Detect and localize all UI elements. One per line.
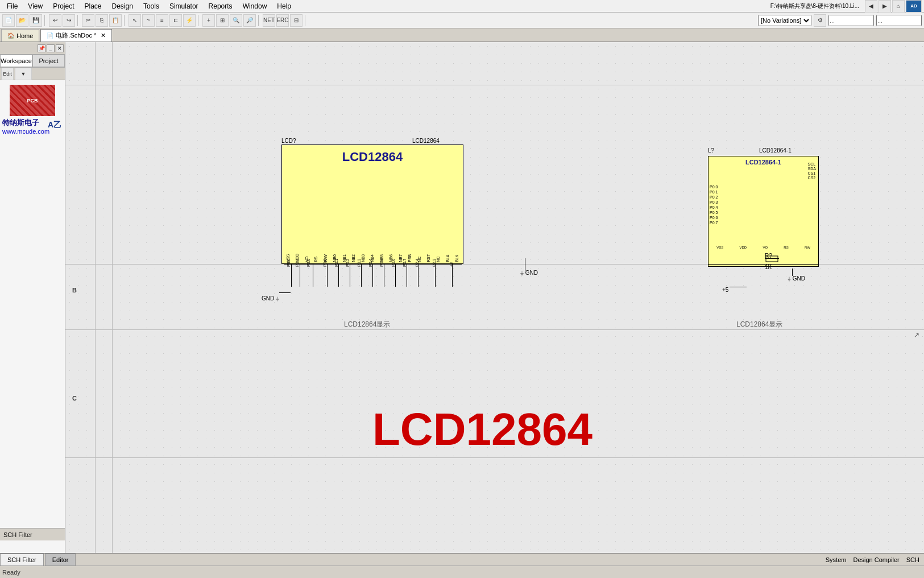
menu-file[interactable]: File: [2, 1, 22, 11]
window-controls: ◀ ▶ ⌂ AD: [865, 0, 922, 13]
menu-view[interactable]: View: [23, 1, 47, 11]
bus-btn[interactable]: ≡: [156, 14, 168, 27]
net-p24: P2.4: [415, 259, 419, 267]
menu-reports[interactable]: Reports: [204, 1, 237, 11]
pin-panel-btn[interactable]: 📌: [38, 44, 45, 52]
statusbar: Ready: [0, 565, 924, 578]
undo-btn[interactable]: ↩: [49, 14, 61, 27]
main-layout: 📌 _ ✕ Workspace Project Edit ▼ PCB A乙 特纳…: [0, 42, 924, 553]
cursor-pos: ↗: [914, 331, 919, 339]
menubar: File View Project Place Design Tools Sim…: [0, 0, 924, 13]
pin-nb3: NB3: [361, 254, 365, 262]
net-p3: +3: [449, 262, 453, 267]
menu-window[interactable]: Window: [238, 1, 272, 11]
menu-tools[interactable]: Tools: [139, 1, 164, 11]
zoom-fit-btn[interactable]: ⊞: [216, 14, 229, 27]
tabbar: 🏠 Home 📄 电路.SchDoc * ✕: [0, 28, 924, 42]
wire-v2: [300, 264, 300, 287]
bottom-tab-sch-filter[interactable]: SCH Filter: [0, 554, 44, 566]
altium-logo: AD: [906, 0, 922, 13]
hier-btn[interactable]: ⊟: [290, 14, 303, 27]
menu-design[interactable]: Design: [107, 1, 138, 11]
gnd-lcd2: ⏚ GND: [788, 275, 805, 282]
bottom-tabs: SCH Filter Editor System Design Compiler…: [0, 553, 924, 565]
copy-btn[interactable]: ⎘: [96, 14, 108, 27]
panel-thumbnail: PCB: [10, 85, 55, 116]
erc-btn[interactable]: ERC: [276, 14, 289, 27]
lcd-main-component[interactable]: LCD12864 VSS VDD VO RS R/W NB0 NB1 NB2 N…: [281, 144, 463, 264]
wire-v6: [350, 264, 350, 287]
tab-home[interactable]: 🏠 Home: [1, 29, 39, 42]
status-right: System Design Compiler SCH: [826, 556, 924, 563]
net-p3-0: P3.0: [287, 259, 291, 267]
lcd-second-component[interactable]: LCD12864-1 SCL SDA CS1 CS2 P0.0 P0.1 P0.…: [708, 156, 819, 267]
search-input2[interactable]: [876, 15, 922, 26]
status-design-compiler[interactable]: Design Compiler: [853, 556, 899, 563]
redo-btn[interactable]: ↪: [63, 14, 75, 27]
cut-btn[interactable]: ✂: [82, 14, 94, 27]
var-btn1[interactable]: ⚙: [814, 14, 826, 27]
menu-place[interactable]: Place: [80, 1, 106, 11]
wire-v1: [291, 264, 292, 287]
new-btn[interactable]: 📄: [2, 14, 15, 27]
home-tab-icon: 🏠: [7, 32, 14, 39]
zoom-in-btn[interactable]: 🔍: [230, 14, 242, 27]
project-tab[interactable]: Project: [32, 55, 65, 67]
sch-filter-panel[interactable]: SCH Filter: [0, 528, 65, 540]
workspace-tab[interactable]: Workspace: [0, 55, 32, 67]
menu-help[interactable]: Help: [272, 1, 296, 11]
select-btn[interactable]: ↖: [129, 14, 141, 27]
power-btn[interactable]: ⚡: [183, 14, 196, 27]
close-panel-btn[interactable]: ✕: [56, 44, 64, 52]
tab-close-btn[interactable]: ✕: [101, 32, 106, 39]
zoom-out-btn[interactable]: 🔎: [243, 14, 256, 27]
lcd-main-desc: LCD12864显示: [344, 320, 390, 329]
menu-simulator[interactable]: Simulator: [165, 1, 203, 11]
panel-menu-btn[interactable]: ▼: [15, 68, 32, 80]
place-comp-btn[interactable]: +: [202, 14, 215, 27]
home-btn[interactable]: ⌂: [892, 0, 905, 13]
lcd2-title: LCD12864-1: [708, 156, 818, 168]
float-panel-btn[interactable]: _: [47, 44, 55, 52]
menu-project[interactable]: Project: [48, 1, 78, 11]
forward-btn[interactable]: ▶: [879, 0, 891, 13]
net-p3-1: P3.1: [295, 259, 299, 267]
lcd2-desc: LCD12864显示: [736, 320, 782, 329]
pin-psb: PSB: [408, 254, 412, 262]
thumbnail-label: PCB: [10, 85, 55, 116]
variation-select[interactable]: [No Variations]: [758, 15, 811, 26]
big-title: LCD12864: [372, 403, 592, 456]
sch-tab-icon: 📄: [47, 32, 53, 39]
gnd-left: GND ⏚: [262, 295, 279, 302]
net-p00: P0.0: [323, 259, 327, 267]
panel-edit-btn[interactable]: Edit: [1, 68, 14, 80]
save-btn[interactable]: 💾: [30, 14, 42, 27]
port-btn[interactable]: ⊏: [169, 14, 182, 27]
sep4: [198, 15, 200, 26]
paste-btn[interactable]: 📋: [109, 14, 122, 27]
wire-btn[interactable]: ~: [142, 14, 155, 27]
status-system[interactable]: System: [826, 556, 847, 563]
resistor-svg: [765, 254, 779, 265]
h-rule-bottom: [65, 457, 924, 458]
lcd-value-label: LCD12864: [412, 138, 440, 144]
schematic-area[interactable]: B C LCD? LCD12864 LCD12864 VSS VDD VO RS…: [65, 42, 924, 553]
wire-v12: [418, 264, 419, 287]
status-sch[interactable]: SCH: [906, 556, 919, 563]
wire-v7: [361, 264, 362, 287]
bottom-tab-editor[interactable]: Editor: [45, 554, 76, 566]
h-rule-top: [65, 85, 924, 85]
gnd-main: ⏚ GND: [520, 270, 538, 276]
pin-nb7: NB7: [399, 254, 403, 262]
search-input[interactable]: [828, 15, 874, 26]
lcd2-left-pins: P0.0 P0.1 P0.2 P0.3 P0.4 P0.5 P0.6 P0.7: [710, 185, 718, 225]
sep1: [44, 15, 47, 26]
open-btn[interactable]: 📂: [16, 14, 28, 27]
panel-controls: 📌 _ ✕: [0, 42, 65, 55]
sep5: [258, 15, 260, 26]
net-btn[interactable]: NET: [263, 14, 275, 27]
tab-schematic[interactable]: 📄 电路.SchDoc * ✕: [40, 29, 112, 42]
back-btn[interactable]: ◀: [865, 0, 877, 13]
wire-v11: [407, 264, 407, 287]
toolbar: 📄 📂 💾 ↩ ↪ ✂ ⎘ 📋 ↖ ~ ≡ ⊏ ⚡ + ⊞ 🔍 🔎 NET ER…: [0, 13, 924, 28]
